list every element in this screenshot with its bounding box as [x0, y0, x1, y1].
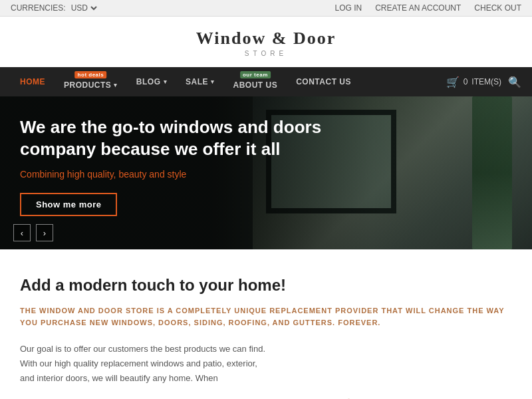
hero-prev-button[interactable]: ‹ [13, 224, 31, 241]
cart-count: 0 [464, 77, 468, 86]
nav-item-about[interactable]: our team ABOUT US [224, 67, 287, 96]
search-button[interactable]: 🔍 [508, 76, 521, 88]
content-wrapper: Add a modern touch to your home! THE WIN… [20, 276, 512, 399]
hero-title: We are the go-to windows and doors compa… [20, 116, 326, 160]
section-title: Add a modern touch to your home! [20, 276, 512, 295]
nav-item-home[interactable]: HOME [11, 67, 55, 96]
section-body-text: Our goal is to offer our customers the b… [20, 342, 273, 386]
hero-controls: ‹ › [13, 224, 53, 241]
cart-area[interactable]: 🛒 0 ITEM(S) [446, 76, 501, 88]
logo-title[interactable]: Window & Door [0, 29, 532, 49]
create-account-link[interactable]: CREATE AN ACCOUNT [375, 3, 461, 13]
cart-icon: 🛒 [446, 76, 460, 88]
currency-selector[interactable]: USD EUR [68, 3, 99, 13]
top-bar-links: LOG IN CREATE AN ACCOUNT CHECK OUT [335, 3, 522, 13]
hero-cta-button[interactable]: Show me more [20, 193, 117, 216]
nav-item-products[interactable]: hot deals PRODUCTS ▾ [55, 67, 127, 96]
hot-deals-badge: hot deals [75, 71, 107, 78]
hero-content: We are the go-to windows and doors compa… [0, 96, 532, 229]
checkout-link[interactable]: CHECK OUT [474, 3, 521, 13]
section-subtitle: THE WINDOW AND DOOR STORE IS A COMPLETEL… [20, 305, 512, 329]
nav-bar: HOME hot deals PRODUCTS ▾ BLOG ▾ SALE ▾ … [0, 67, 532, 96]
logo-area: Window & Door STORE [0, 17, 532, 67]
house-icon: ⌂ [394, 392, 412, 399]
logo-subtitle: STORE [0, 50, 532, 57]
our-team-badge: our team [240, 71, 271, 78]
main-content-section: Add a modern touch to your home! THE WIN… [0, 249, 532, 399]
nav-item-blog[interactable]: BLOG ▾ [127, 67, 176, 96]
hero-next-button[interactable]: › [36, 224, 53, 241]
flower-icon: ✿ [336, 392, 361, 399]
dropdown-arrow: ▾ [114, 82, 118, 88]
cart-label: ITEM(S) [471, 77, 501, 86]
currencies-label: CURRENCIES: [11, 3, 66, 13]
login-link[interactable]: LOG IN [335, 3, 362, 13]
dropdown-arrow: ▾ [211, 78, 215, 85]
grid-icon: ▦ [446, 392, 472, 399]
nav-item-sale[interactable]: SALE ▾ [176, 67, 224, 96]
hero-subtitle: Combining high quality, beauty and style [20, 169, 512, 180]
top-bar: CURRENCIES: USD EUR LOG IN CREATE AN ACC… [0, 0, 532, 17]
currencies-area: CURRENCIES: USD EUR [11, 3, 99, 13]
hero-section: We are the go-to windows and doors compa… [0, 96, 532, 249]
dropdown-arrow: ▾ [164, 78, 168, 85]
nav-item-contact[interactable]: CONTACT US [287, 67, 360, 96]
nav-items: HOME hot deals PRODUCTS ▾ BLOG ▾ SALE ▾ … [11, 67, 446, 96]
